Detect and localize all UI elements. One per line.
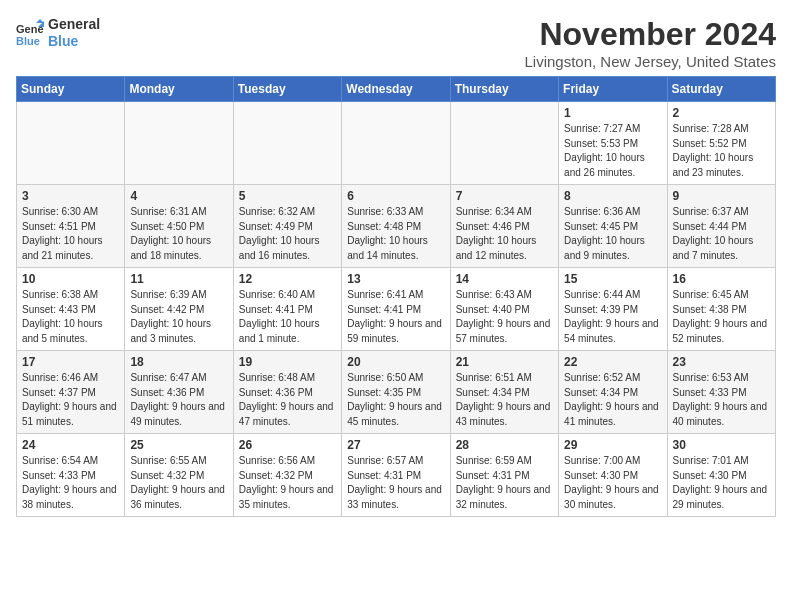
day-number: 22 <box>564 355 661 369</box>
day-number: 18 <box>130 355 227 369</box>
day-info: Sunrise: 6:55 AM Sunset: 4:32 PM Dayligh… <box>130 454 227 512</box>
day-number: 24 <box>22 438 119 452</box>
day-number: 4 <box>130 189 227 203</box>
day-number: 2 <box>673 106 770 120</box>
calendar-cell: 12Sunrise: 6:40 AM Sunset: 4:41 PM Dayli… <box>233 268 341 351</box>
calendar-cell: 16Sunrise: 6:45 AM Sunset: 4:38 PM Dayli… <box>667 268 775 351</box>
calendar-cell: 18Sunrise: 6:47 AM Sunset: 4:36 PM Dayli… <box>125 351 233 434</box>
day-info: Sunrise: 6:59 AM Sunset: 4:31 PM Dayligh… <box>456 454 553 512</box>
calendar-cell: 13Sunrise: 6:41 AM Sunset: 4:41 PM Dayli… <box>342 268 450 351</box>
day-number: 12 <box>239 272 336 286</box>
location-title: Livingston, New Jersey, United States <box>524 53 776 70</box>
day-info: Sunrise: 6:44 AM Sunset: 4:39 PM Dayligh… <box>564 288 661 346</box>
calendar-cell <box>125 102 233 185</box>
calendar-cell: 20Sunrise: 6:50 AM Sunset: 4:35 PM Dayli… <box>342 351 450 434</box>
calendar-week-row: 24Sunrise: 6:54 AM Sunset: 4:33 PM Dayli… <box>17 434 776 517</box>
calendar-cell: 24Sunrise: 6:54 AM Sunset: 4:33 PM Dayli… <box>17 434 125 517</box>
logo-general: General <box>48 16 100 33</box>
title-area: November 2024 Livingston, New Jersey, Un… <box>524 16 776 70</box>
day-info: Sunrise: 7:00 AM Sunset: 4:30 PM Dayligh… <box>564 454 661 512</box>
weekday-header-cell: Monday <box>125 77 233 102</box>
day-info: Sunrise: 6:36 AM Sunset: 4:45 PM Dayligh… <box>564 205 661 263</box>
day-info: Sunrise: 6:45 AM Sunset: 4:38 PM Dayligh… <box>673 288 770 346</box>
calendar-cell: 4Sunrise: 6:31 AM Sunset: 4:50 PM Daylig… <box>125 185 233 268</box>
day-info: Sunrise: 7:27 AM Sunset: 5:53 PM Dayligh… <box>564 122 661 180</box>
calendar-cell: 27Sunrise: 6:57 AM Sunset: 4:31 PM Dayli… <box>342 434 450 517</box>
calendar-week-row: 1Sunrise: 7:27 AM Sunset: 5:53 PM Daylig… <box>17 102 776 185</box>
day-info: Sunrise: 6:56 AM Sunset: 4:32 PM Dayligh… <box>239 454 336 512</box>
day-number: 30 <box>673 438 770 452</box>
day-info: Sunrise: 6:57 AM Sunset: 4:31 PM Dayligh… <box>347 454 444 512</box>
month-title: November 2024 <box>524 16 776 53</box>
day-number: 9 <box>673 189 770 203</box>
page-header: General Blue General Blue November 2024 … <box>16 16 776 70</box>
day-info: Sunrise: 6:31 AM Sunset: 4:50 PM Dayligh… <box>130 205 227 263</box>
day-number: 14 <box>456 272 553 286</box>
day-number: 21 <box>456 355 553 369</box>
svg-text:General: General <box>16 23 44 35</box>
day-number: 28 <box>456 438 553 452</box>
calendar-cell: 23Sunrise: 6:53 AM Sunset: 4:33 PM Dayli… <box>667 351 775 434</box>
calendar-cell <box>17 102 125 185</box>
calendar-cell: 19Sunrise: 6:48 AM Sunset: 4:36 PM Dayli… <box>233 351 341 434</box>
calendar-cell: 8Sunrise: 6:36 AM Sunset: 4:45 PM Daylig… <box>559 185 667 268</box>
day-number: 26 <box>239 438 336 452</box>
logo-blue: Blue <box>48 33 100 50</box>
weekday-header-cell: Sunday <box>17 77 125 102</box>
day-info: Sunrise: 6:54 AM Sunset: 4:33 PM Dayligh… <box>22 454 119 512</box>
day-info: Sunrise: 6:37 AM Sunset: 4:44 PM Dayligh… <box>673 205 770 263</box>
weekday-header-row: SundayMondayTuesdayWednesdayThursdayFrid… <box>17 77 776 102</box>
day-info: Sunrise: 6:30 AM Sunset: 4:51 PM Dayligh… <box>22 205 119 263</box>
calendar-cell <box>233 102 341 185</box>
day-info: Sunrise: 6:43 AM Sunset: 4:40 PM Dayligh… <box>456 288 553 346</box>
calendar-cell: 3Sunrise: 6:30 AM Sunset: 4:51 PM Daylig… <box>17 185 125 268</box>
day-info: Sunrise: 7:01 AM Sunset: 4:30 PM Dayligh… <box>673 454 770 512</box>
calendar-cell: 7Sunrise: 6:34 AM Sunset: 4:46 PM Daylig… <box>450 185 558 268</box>
day-info: Sunrise: 6:52 AM Sunset: 4:34 PM Dayligh… <box>564 371 661 429</box>
weekday-header-cell: Friday <box>559 77 667 102</box>
day-number: 15 <box>564 272 661 286</box>
day-number: 3 <box>22 189 119 203</box>
calendar-cell: 26Sunrise: 6:56 AM Sunset: 4:32 PM Dayli… <box>233 434 341 517</box>
calendar-cell: 5Sunrise: 6:32 AM Sunset: 4:49 PM Daylig… <box>233 185 341 268</box>
calendar-cell: 6Sunrise: 6:33 AM Sunset: 4:48 PM Daylig… <box>342 185 450 268</box>
day-number: 17 <box>22 355 119 369</box>
day-number: 6 <box>347 189 444 203</box>
calendar-cell: 30Sunrise: 7:01 AM Sunset: 4:30 PM Dayli… <box>667 434 775 517</box>
day-info: Sunrise: 6:53 AM Sunset: 4:33 PM Dayligh… <box>673 371 770 429</box>
day-number: 13 <box>347 272 444 286</box>
day-number: 11 <box>130 272 227 286</box>
day-info: Sunrise: 6:46 AM Sunset: 4:37 PM Dayligh… <box>22 371 119 429</box>
day-number: 29 <box>564 438 661 452</box>
day-info: Sunrise: 6:32 AM Sunset: 4:49 PM Dayligh… <box>239 205 336 263</box>
calendar-cell: 11Sunrise: 6:39 AM Sunset: 4:42 PM Dayli… <box>125 268 233 351</box>
calendar-cell <box>342 102 450 185</box>
day-number: 27 <box>347 438 444 452</box>
day-number: 7 <box>456 189 553 203</box>
weekday-header-cell: Saturday <box>667 77 775 102</box>
day-info: Sunrise: 6:50 AM Sunset: 4:35 PM Dayligh… <box>347 371 444 429</box>
weekday-header-cell: Thursday <box>450 77 558 102</box>
day-number: 25 <box>130 438 227 452</box>
day-number: 20 <box>347 355 444 369</box>
day-number: 5 <box>239 189 336 203</box>
calendar-cell: 17Sunrise: 6:46 AM Sunset: 4:37 PM Dayli… <box>17 351 125 434</box>
day-info: Sunrise: 7:28 AM Sunset: 5:52 PM Dayligh… <box>673 122 770 180</box>
calendar-cell: 1Sunrise: 7:27 AM Sunset: 5:53 PM Daylig… <box>559 102 667 185</box>
day-number: 19 <box>239 355 336 369</box>
calendar-body: 1Sunrise: 7:27 AM Sunset: 5:53 PM Daylig… <box>17 102 776 517</box>
day-number: 23 <box>673 355 770 369</box>
day-info: Sunrise: 6:38 AM Sunset: 4:43 PM Dayligh… <box>22 288 119 346</box>
day-info: Sunrise: 6:47 AM Sunset: 4:36 PM Dayligh… <box>130 371 227 429</box>
calendar-table: SundayMondayTuesdayWednesdayThursdayFrid… <box>16 76 776 517</box>
day-number: 16 <box>673 272 770 286</box>
calendar-cell: 28Sunrise: 6:59 AM Sunset: 4:31 PM Dayli… <box>450 434 558 517</box>
day-number: 1 <box>564 106 661 120</box>
day-info: Sunrise: 6:51 AM Sunset: 4:34 PM Dayligh… <box>456 371 553 429</box>
calendar-cell: 21Sunrise: 6:51 AM Sunset: 4:34 PM Dayli… <box>450 351 558 434</box>
calendar-week-row: 3Sunrise: 6:30 AM Sunset: 4:51 PM Daylig… <box>17 185 776 268</box>
day-info: Sunrise: 6:39 AM Sunset: 4:42 PM Dayligh… <box>130 288 227 346</box>
day-number: 8 <box>564 189 661 203</box>
calendar-cell: 29Sunrise: 7:00 AM Sunset: 4:30 PM Dayli… <box>559 434 667 517</box>
day-info: Sunrise: 6:33 AM Sunset: 4:48 PM Dayligh… <box>347 205 444 263</box>
